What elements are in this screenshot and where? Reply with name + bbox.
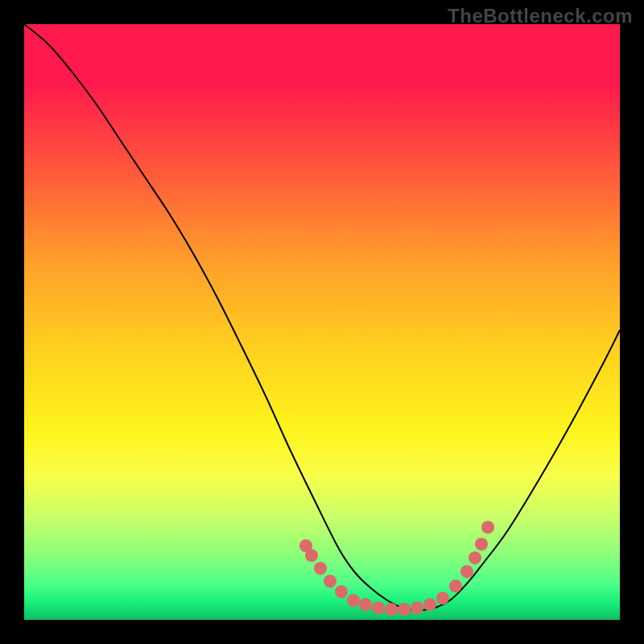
highlight-dot — [423, 598, 436, 611]
highlight-dot — [347, 594, 360, 607]
highlight-dot — [372, 601, 385, 614]
highlight-dot — [359, 598, 372, 611]
highlight-dot — [335, 585, 348, 598]
highlight-dot — [475, 538, 488, 551]
highlight-dot — [324, 575, 336, 588]
highlight-dot — [436, 592, 449, 605]
highlight-dot — [398, 603, 411, 616]
curve-svg — [24, 24, 620, 620]
bottleneck-curve — [24, 24, 620, 610]
highlight-dot — [314, 562, 327, 575]
plot-area — [24, 24, 620, 620]
highlight-dot — [481, 521, 494, 534]
chart-stage: TheBottleneck.com — [0, 0, 644, 644]
highlight-dot — [385, 603, 398, 616]
highlight-dot — [469, 551, 481, 564]
highlight-dot — [460, 565, 473, 578]
watermark-text: TheBottleneck.com — [448, 5, 633, 27]
highlight-dot — [411, 601, 423, 614]
dots-group — [299, 521, 494, 616]
highlight-dot — [449, 580, 462, 592]
highlight-dot — [305, 549, 318, 562]
